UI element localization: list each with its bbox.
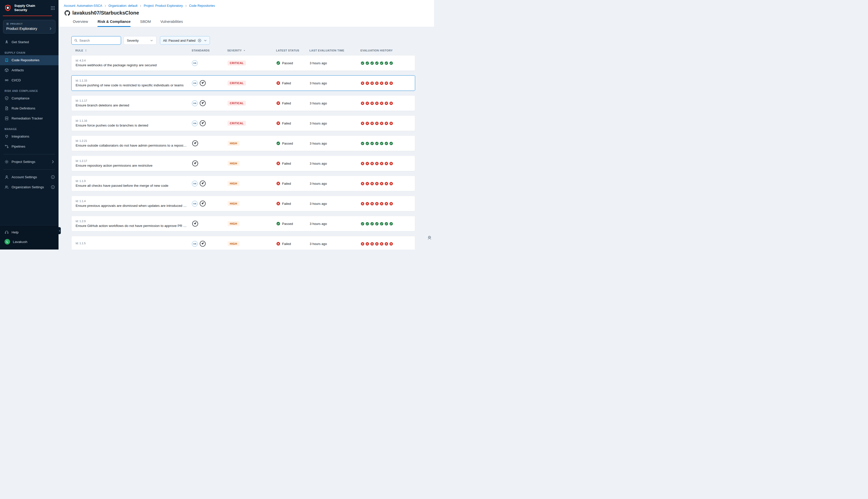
rule-cell: Id: 1.1.15Ensure pushing of new code is … [76,79,192,87]
x-circle-icon [385,242,388,246]
column-header-rule[interactable]: RULE [75,49,192,52]
sidebar-collapse-handle[interactable] [58,227,61,234]
headset-icon [4,230,9,234]
project-icon [6,23,9,25]
x-circle-icon [361,81,364,85]
rule-id: Id: 1.2.21 [76,139,192,142]
severity-filter-label: Severity [127,39,138,42]
sidebar-item-label: Organization Settings [12,185,48,189]
paper-plane-standard-icon [200,120,206,126]
search-box [71,36,121,45]
shield-check-icon [4,96,9,100]
evaluation-time: 3 hours ago [310,162,361,166]
github-icon [64,10,70,16]
rule-id: Id: 1.1.4 [76,199,192,203]
x-circle-icon [365,121,369,125]
x-circle-icon [365,162,369,166]
person-icon [4,175,9,179]
check-circle-icon [370,222,374,226]
sidebar-item-pipelines[interactable]: Pipelines [0,142,59,151]
status-cell: Failed [276,202,310,206]
rule-id: Id: 1.2.9 [76,220,192,223]
project-selector[interactable]: PROJECT Product Exploratory [3,20,56,34]
x-circle-icon [365,242,369,246]
standards-cell: CIS [192,200,228,207]
tab-sbom[interactable]: SBOM [140,20,151,27]
rule-cell: Id: 1.2.17Ensure repository action permi… [76,159,192,168]
clear-filter-icon[interactable] [198,39,202,42]
status-cell: Failed [276,121,310,125]
tab-risk-compliance[interactable]: Risk & Compliance [97,20,130,27]
severity-filter-dropdown[interactable]: Severity [123,36,156,45]
table-row[interactable]: Id: 1.1.5CISHIGHFailed3 hours ago [71,236,415,250]
breadcrumb-link-code-repositories[interactable]: Code Repositories [189,4,215,8]
x-circle-icon [370,182,374,185]
x-circle-icon [370,101,374,105]
sidebar-item-get-started[interactable]: Get Started [0,37,59,47]
paper-plane-standard-icon [192,160,198,167]
help-button[interactable]: Help [0,228,59,237]
search-input[interactable] [80,39,118,42]
breadcrumb-link-organization-default[interactable]: Organization: default [108,4,137,8]
sidebar-divider [3,169,55,170]
sidebar-item-organization-settings[interactable]: Organization Settings [0,182,59,192]
column-header-standards: STANDARDS [192,49,227,52]
project-label-row: PROJECT [6,23,52,25]
x-circle-icon [380,202,384,206]
sidebar-item-compliance[interactable]: Compliance [0,93,59,104]
sidebar-item-account-settings[interactable]: Account Settings [0,172,59,182]
standards-cell: CIS [192,60,228,66]
support-chat-icon[interactable] [427,235,432,241]
sidebar-item-remediation-tracker[interactable]: Remediation Tracker [0,113,59,123]
module-grid-icon[interactable] [50,6,55,10]
avatar: L [4,239,10,244]
x-circle-icon [380,162,384,166]
sidebar-item-artifacts[interactable]: Artifacts [0,65,59,75]
tab-vulnerabilities[interactable]: Vulnerabilities [160,20,183,27]
sidebar-item-integrations[interactable]: Integrations [0,132,59,142]
sidebar-item-project-settings[interactable]: Project Settings [0,157,59,167]
status-filter-dropdown[interactable]: All: Passed and Failed [160,36,210,45]
check-circle-icon [361,142,364,145]
user-menu[interactable]: L Lavakush [0,237,59,246]
table-row[interactable]: Id: 4.3.4Ensure webhooks of the package … [71,55,415,71]
status-cell: Failed [276,242,310,246]
rule-cell: Id: 1.2.21Ensure outside collaborators d… [76,139,192,147]
breadcrumb-link-account-automation-ssca[interactable]: Account: Automation-SSCA [64,4,102,8]
standards-cell: CIS [192,80,228,86]
breadcrumb-link-project-product-exploratory[interactable]: Project: Product Exploratory [144,4,183,8]
clipboard-pulse-icon [4,116,9,121]
table-row[interactable]: Id: 1.1.15Ensure pushing of new code is … [71,75,415,91]
chevron-down-icon [204,39,207,42]
sidebar-item-label: Remediation Tracker [12,117,55,120]
sidebar-item-rule-definitions[interactable]: Rule Definitions [0,104,59,113]
sidebar-item-code-repositories[interactable]: Code Repositories [0,55,59,65]
check-circle-icon [385,222,388,226]
severity-cell: CRITICAL [228,121,276,126]
table-row[interactable]: Id: 1.2.21Ensure outside collaborators d… [71,135,415,151]
status-label: Failed [282,242,291,246]
breadcrumb-separator-icon [104,4,107,7]
table-row[interactable]: Id: 1.2.17Ensure repository action permi… [71,156,415,171]
evaluation-history [361,142,411,145]
severity-cell: HIGH [228,221,276,226]
table-row[interactable]: Id: 1.1.4Ensure previous approvals are d… [71,196,415,211]
sort-icon [84,49,87,52]
tab-bar: OverviewRisk & ComplianceSBOMVulnerabili… [64,20,434,27]
table-row[interactable]: Id: 1.1.16Ensure force pushes code to br… [71,115,415,131]
column-header-severity[interactable]: SEVERITY [227,49,276,52]
sort-desc-icon [243,49,246,52]
table-row[interactable]: Id: 1.2.9Ensure GitHub action workflows … [71,216,415,231]
tab-overview[interactable]: Overview [73,20,88,27]
x-circle-icon [361,162,364,166]
x-circle-icon [385,202,388,206]
cis-standard-icon: CIS [192,60,198,66]
x-circle-icon [375,182,379,185]
sidebar-item-ci-cd[interactable]: CI/CD [0,75,59,85]
rule-name: Ensure all checks have passed before the… [76,184,192,187]
brand-accent-line [3,15,52,16]
sidebar-nav: Get StartedSUPPLY CHAINCode Repositories… [0,35,59,225]
table-row[interactable]: Id: 1.1.17Ensure branch deletions are de… [71,95,415,111]
x-circle-icon [380,81,384,85]
table-row[interactable]: Id: 1.1.9Ensure all checks have passed b… [71,176,415,191]
